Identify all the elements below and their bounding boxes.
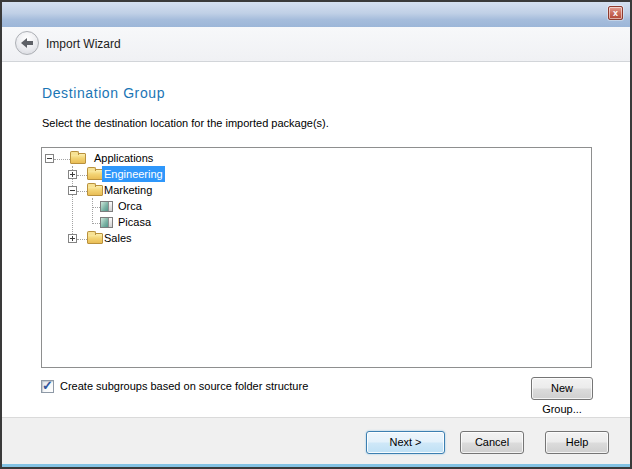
folder-icon xyxy=(87,185,103,196)
tree-item-engineering[interactable]: Engineering xyxy=(42,166,591,182)
wizard-header: Import Wizard xyxy=(2,27,630,62)
page-description: Select the destination location for the … xyxy=(42,117,329,129)
next-button[interactable]: Next > xyxy=(366,431,445,454)
back-arrow-tail xyxy=(27,41,33,45)
help-button[interactable]: Help xyxy=(545,431,609,454)
expand-plus-icon[interactable] xyxy=(68,170,77,179)
folder-icon xyxy=(87,169,103,180)
tree-connector xyxy=(92,223,100,224)
tree-item-orca[interactable]: Orca xyxy=(42,198,591,214)
tree-item-picasa[interactable]: Picasa xyxy=(42,214,591,230)
folder-icon xyxy=(70,153,86,164)
package-icon xyxy=(100,217,113,228)
bottom-accent-strip xyxy=(2,464,630,467)
tree-connector xyxy=(77,239,87,240)
collapse-minus-icon[interactable] xyxy=(45,154,54,163)
titlebar: x xyxy=(2,2,630,28)
tree-item-sales[interactable]: Sales xyxy=(42,230,591,246)
create-subgroups-checkbox[interactable]: ✓ xyxy=(41,380,54,393)
tree-connector xyxy=(77,175,87,176)
tree-connector xyxy=(92,207,100,208)
create-subgroups-label[interactable]: Create subgroups based on source folder … xyxy=(60,380,308,393)
tree-item-label[interactable]: Sales xyxy=(104,230,132,246)
tree-item-applications[interactable]: Applications xyxy=(42,150,591,166)
cancel-button[interactable]: Cancel xyxy=(460,431,524,454)
folder-icon xyxy=(87,233,103,244)
tree-item-label[interactable]: Applications xyxy=(94,150,153,166)
close-icon[interactable]: x xyxy=(608,6,623,20)
import-wizard-window: x Import Wizard Destination Group Select… xyxy=(0,0,632,469)
expand-plus-icon[interactable] xyxy=(68,234,77,243)
collapse-minus-icon[interactable] xyxy=(68,186,77,195)
wizard-title: Import Wizard xyxy=(46,27,121,61)
page-title: Destination Group xyxy=(42,85,165,101)
package-icon xyxy=(100,201,113,212)
tree-item-marketing[interactable]: Marketing xyxy=(42,182,591,198)
tree-item-label[interactable]: Marketing xyxy=(104,182,152,198)
tree-item-label[interactable]: Orca xyxy=(118,198,142,214)
footer-bar xyxy=(2,417,630,467)
tree-connector xyxy=(77,191,87,192)
checkmark-icon: ✓ xyxy=(42,378,53,393)
new-group-button[interactable]: New Group... xyxy=(531,377,593,400)
tree-connector xyxy=(54,159,70,160)
back-button[interactable] xyxy=(15,31,39,55)
tree-item-label[interactable]: Engineering xyxy=(102,166,165,182)
tree-item-label[interactable]: Picasa xyxy=(118,214,151,230)
tree-panel[interactable]: ApplicationsEngineeringMarketingOrcaPica… xyxy=(41,147,592,368)
